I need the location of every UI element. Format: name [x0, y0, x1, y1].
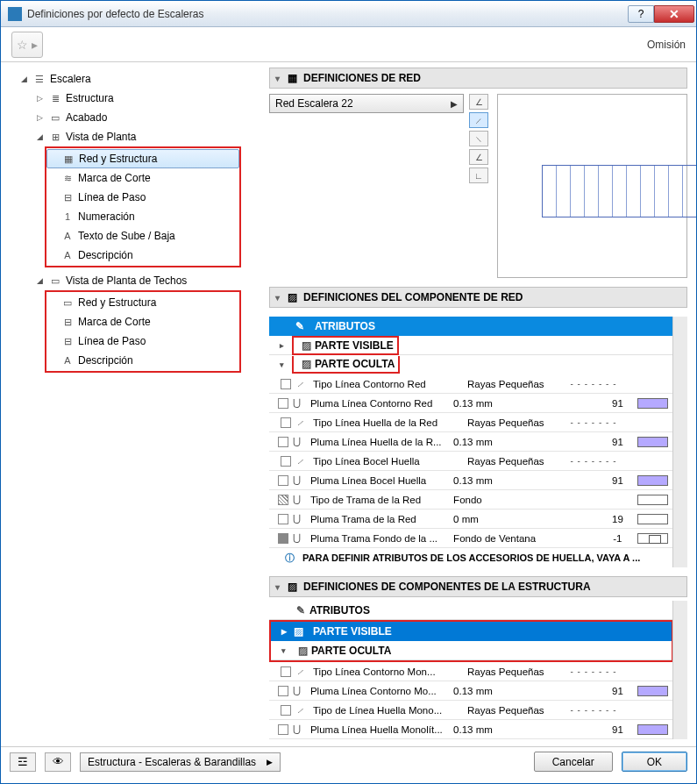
- attribute-row[interactable]: ⋃Pluma Línea Huella de la R...0.13 mm91: [269, 432, 673, 452]
- ok-button[interactable]: OK: [622, 752, 687, 772]
- color-swatch[interactable]: [637, 398, 668, 409]
- checkbox[interactable]: [278, 475, 288, 486]
- checkbox[interactable]: [281, 417, 291, 428]
- parte-visible-row-2[interactable]: ▸▨ PARTE VISIBLE: [271, 622, 672, 641]
- parte-oculta-row-2[interactable]: ▾▨ PARTE OCULTA: [271, 641, 672, 660]
- line-style-1[interactable]: ∠: [469, 94, 488, 110]
- atributos-header[interactable]: ✎ ATRIBUTOS: [269, 317, 673, 336]
- layers-button[interactable]: ☲: [10, 752, 36, 772]
- tree-t-marca-corte[interactable]: ⊟ Marca de Corte: [46, 312, 239, 331]
- checkbox[interactable]: [281, 666, 291, 677]
- attr-value[interactable]: 0.13 mm: [453, 686, 543, 696]
- attr-value[interactable]: Rayas Pequeñas: [467, 417, 564, 428]
- pen-number[interactable]: 91: [598, 398, 637, 409]
- pen-number[interactable]: 91: [598, 686, 637, 696]
- color-swatch[interactable]: [637, 686, 668, 696]
- tree-vista-planta[interactable]: ◢⊞ Vista de Planta: [18, 127, 259, 146]
- help-button[interactable]: ?: [628, 5, 654, 23]
- panel-definiciones-red[interactable]: ▾▦ DEFINICIONES DE RED: [269, 68, 687, 89]
- checkbox[interactable]: [278, 495, 288, 505]
- line-type-icon: ⋃: [291, 685, 303, 696]
- attr-value[interactable]: 0.13 mm: [453, 724, 543, 735]
- attr-value[interactable]: Rayas Pequeñas: [467, 705, 564, 716]
- attr-value[interactable]: Rayas Pequeñas: [467, 379, 564, 389]
- attribute-row[interactable]: ⟋Tipo Línea Contorno Mon...Rayas Pequeña…: [269, 662, 673, 681]
- dash-preview: - - - - - - -: [564, 379, 623, 388]
- tree-red-y-estructura[interactable]: ▦ Red y Estructura: [46, 149, 239, 168]
- tree-t-linea-paso[interactable]: ⊟ Línea de Paso: [46, 331, 239, 351]
- attribute-row[interactable]: ⋃Pluma Línea Contorno Mo...0.13 mm91: [269, 681, 673, 701]
- checkbox[interactable]: [278, 398, 288, 409]
- attr-value[interactable]: Rayas Pequeñas: [467, 456, 564, 467]
- tree-texto-sube-baja[interactable]: A Texto de Sube / Baja: [46, 226, 239, 246]
- pen-number[interactable]: 91: [598, 437, 637, 447]
- color-swatch[interactable]: [637, 437, 668, 447]
- checkbox[interactable]: [278, 724, 288, 735]
- line-style-3[interactable]: ⟍: [469, 131, 488, 146]
- tree-estructura[interactable]: ▷≣ Estructura: [18, 89, 259, 108]
- attribute-row[interactable]: ⋃Pluma Trama Fondo de la ...Fondo de Ven…: [269, 529, 673, 548]
- pen-number[interactable]: -1: [598, 533, 637, 544]
- pen-number[interactable]: 19: [598, 514, 637, 524]
- attr-value[interactable]: Rayas Pequeñas: [467, 666, 564, 677]
- attr-value[interactable]: Fondo de Ventana: [453, 533, 543, 544]
- checkbox[interactable]: [278, 686, 288, 696]
- color-swatch[interactable]: [637, 495, 668, 505]
- attribute-row[interactable]: ⟋Tipo de Línea Huella Mono...Rayas Peque…: [269, 701, 673, 720]
- attr-name: Pluma Línea Bocel Huella: [307, 475, 453, 486]
- parte-visible-row[interactable]: ▸ ▨PARTE VISIBLE: [269, 336, 673, 355]
- attribute-row[interactable]: ⋃Pluma Línea Huella Monolít...0.13 mm91: [269, 720, 673, 739]
- walkline-icon: ⊟: [60, 191, 75, 203]
- attr-value[interactable]: 0 mm: [453, 514, 543, 524]
- attribute-row[interactable]: ⟋Tipo Línea Huella de la RedRayas Pequeñ…: [269, 413, 673, 432]
- tree-linea-paso[interactable]: ⊟ Línea de Paso: [46, 188, 239, 207]
- tree-vista-techos[interactable]: ◢▭ Vista de Planta de Techos: [18, 271, 259, 290]
- attr-value[interactable]: Fondo: [453, 495, 543, 505]
- checkbox[interactable]: [278, 533, 288, 544]
- tree-t-descripcion[interactable]: A Descripción: [46, 351, 239, 370]
- atributos-header-2[interactable]: ✎ ATRIBUTOS: [269, 601, 673, 620]
- checkbox[interactable]: [281, 705, 291, 716]
- attribute-row[interactable]: ⋃Pluma Trama de la Red0 mm19: [269, 510, 673, 529]
- pen-number[interactable]: 91: [598, 475, 637, 486]
- attr-value[interactable]: 0.13 mm: [453, 437, 543, 447]
- checkbox[interactable]: [281, 456, 291, 467]
- attribute-row[interactable]: ⋃Pluma Línea Contorno Red0.13 mm91: [269, 394, 673, 413]
- line-style-2[interactable]: ⟋: [469, 112, 488, 128]
- tree-escalera[interactable]: ◢☰ Escalera: [18, 69, 259, 89]
- line-style-4[interactable]: ∠: [469, 149, 488, 165]
- close-button[interactable]: ✕: [654, 5, 694, 23]
- tree-acabado[interactable]: ▷▭ Acabado: [18, 108, 259, 127]
- checkbox[interactable]: [278, 514, 288, 524]
- attr-value[interactable]: 0.13 mm: [453, 475, 543, 486]
- panel-componente-red[interactable]: ▾▨ DEFINICIONES DEL COMPONENTE DE RED: [269, 287, 687, 308]
- color-swatch[interactable]: [637, 514, 668, 524]
- color-swatch[interactable]: [637, 533, 668, 544]
- parte-oculta-row[interactable]: ▾ ▨PARTE OCULTA: [269, 355, 673, 374]
- attribute-row[interactable]: ⟋Tipo Línea Contorno RedRayas Pequeñas- …: [269, 374, 673, 394]
- line-type-icon: ⟋: [294, 417, 306, 428]
- pen-number[interactable]: 91: [598, 724, 637, 735]
- cut-icon: ⊟: [60, 316, 75, 328]
- line-style-5[interactable]: ∟: [469, 167, 488, 183]
- favorites-button[interactable]: ☆ ▸: [11, 32, 43, 58]
- panel-componentes-estructura[interactable]: ▾▨ DEFINICIONES DE COMPONENTES DE LA EST…: [269, 576, 687, 597]
- attr-name: Pluma Línea Contorno Mo...: [307, 686, 453, 696]
- tree-marca-corte[interactable]: ≋ Marca de Corte: [46, 168, 239, 188]
- checkbox[interactable]: [281, 379, 291, 389]
- color-swatch[interactable]: [637, 475, 668, 486]
- net-scheme-dropdown[interactable]: Red Escalera 22▶: [269, 94, 464, 113]
- attribute-row[interactable]: ⋃Pluma Línea Bocel Huella0.13 mm91: [269, 471, 673, 490]
- attr-value[interactable]: 0.13 mm: [453, 398, 543, 409]
- attribute-row[interactable]: ⋃Tipo de Trama de la RedFondo: [269, 490, 673, 510]
- tree-t-red-estructura[interactable]: ▭ Red y Estructura: [46, 293, 239, 312]
- attribute-row[interactable]: ⟋Tipo Línea Bocel HuellaRayas Pequeñas- …: [269, 452, 673, 471]
- line-type-icon: ⋃: [291, 532, 303, 544]
- cancel-button[interactable]: Cancelar: [534, 752, 613, 772]
- color-swatch[interactable]: [637, 724, 668, 735]
- layer-dropdown[interactable]: Estructura - Escaleras & Barandillas▶: [80, 752, 281, 772]
- tree-numeracion[interactable]: 1 Numeración: [46, 207, 239, 226]
- tree-descripcion[interactable]: A Descripción: [46, 246, 239, 265]
- visibility-button[interactable]: 👁: [45, 752, 71, 772]
- checkbox[interactable]: [278, 437, 288, 447]
